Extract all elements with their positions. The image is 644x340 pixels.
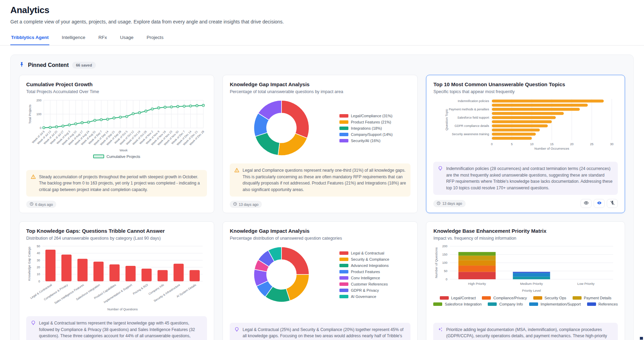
svg-text:0: 0	[38, 280, 40, 283]
clock-icon	[30, 202, 33, 207]
timestamp-badge: 6 days ago	[26, 201, 56, 208]
svg-text:0: 0	[491, 142, 493, 146]
legend-item: Cumulative Projects	[93, 154, 140, 159]
page-title: Analytics	[10, 5, 634, 16]
svg-text:Sales Intelligence Features: Sales Intelligence Features	[54, 283, 85, 305]
legend-item: Product Features	[339, 270, 389, 274]
legend-item: Product Features (21%)	[339, 120, 393, 124]
svg-text:Number of Questions: Number of Questions	[434, 247, 438, 278]
card-priority-matrix[interactable]: Knowledge Base Enhancement Priority Matr…	[426, 221, 625, 340]
page-subtitle: Get a complete view of your agents, proj…	[10, 19, 634, 24]
svg-text:200: 200	[36, 99, 41, 102]
timestamp-text: 13 days ago	[442, 201, 462, 206]
svg-text:Security & Infrastructure: Security & Infrastructure	[153, 283, 181, 303]
svg-text:10: 10	[530, 142, 534, 146]
unpin-button[interactable]	[607, 199, 618, 208]
insight-box: Prioritize adding legal documentation (M…	[433, 323, 618, 340]
legend-item: Security Ops	[533, 296, 566, 300]
pinned-cards-grid: Cumulative Project Growth Total Projects…	[19, 75, 625, 340]
timestamp-text: 6 days ago	[35, 202, 53, 207]
svg-text:Salesforce field support: Salesforce field support	[458, 116, 489, 119]
svg-text:Week: Week	[119, 149, 128, 152]
page-corner-artifact	[640, 337, 643, 340]
legend-item: Advanced Integrations	[339, 263, 389, 268]
saved-count-badge: 66 saved	[72, 62, 96, 69]
chart-legend: Legal/Compliance (31%)Product Features (…	[339, 114, 393, 143]
svg-text:15: 15	[550, 142, 554, 146]
tab-intelligence[interactable]: Intelligence	[61, 33, 86, 45]
insight-text: Prioritize adding legal documentation (M…	[446, 327, 613, 340]
card-cumulative-project-growth[interactable]: Cumulative Project Growth Total Projects…	[19, 75, 214, 213]
legend-item: Conv Intelligence	[339, 276, 389, 280]
card-top-10-unanswerable-topics[interactable]: Top 10 Most Common Unanswerable Question…	[426, 75, 625, 213]
svg-text:100: 100	[442, 261, 447, 264]
tab-usage[interactable]: Usage	[119, 33, 134, 45]
legend-item: Company Info	[488, 302, 523, 306]
eye-icon	[584, 200, 589, 207]
legend-item: Company/Support (14%)	[339, 132, 393, 137]
card-subtitle: Percentage distribution of unanswered qu…	[230, 236, 410, 241]
card-top-knowledge-gaps[interactable]: Top Knowledge Gaps: Questions Tribble Ca…	[19, 221, 214, 340]
legend-item: Compliance/Privacy	[482, 296, 527, 300]
line-chart: 0100200Week of Jul 6Week of Jul 13Week o…	[26, 97, 207, 154]
svg-text:Question Topic: Question Topic	[445, 109, 448, 130]
svg-text:100: 100	[36, 112, 41, 116]
svg-text:0: 0	[446, 278, 447, 281]
legend-item: Salesforce Integration	[433, 302, 482, 306]
warning-icon	[31, 174, 36, 193]
insight-text: Steady accumulation of projects througho…	[39, 174, 202, 193]
insight-text: Indemnification policies (28 occurrences…	[446, 166, 613, 191]
svg-text:Total Projects: Total Projects	[28, 104, 32, 124]
svg-text:25: 25	[590, 142, 594, 146]
card-subtitle: Distribution of 264 unanswerable questio…	[26, 236, 207, 241]
donut-chart-row: Legal & ContractualSecurity & Compliance…	[230, 243, 410, 307]
tab-rfx[interactable]: RFx	[98, 33, 108, 45]
tab-tribblytics-agent[interactable]: Tribblytics Agent	[10, 33, 49, 45]
svg-text:Number of Questions: Number of Questions	[107, 308, 138, 311]
svg-text:20: 20	[570, 142, 574, 146]
chart-legend: Legal/ContractCompliance/PrivacySecurity…	[433, 296, 618, 306]
svg-text:GDPR compliance details: GDPR compliance details	[455, 124, 489, 128]
card-knowledge-gap-impact-1[interactable]: Knowledge Gap Impact Analysis Percentage…	[222, 75, 418, 213]
bar-chart: 01020304050Legal & ContractualCompliance…	[26, 243, 207, 313]
pinned-content-title: Pinned Content	[28, 62, 69, 68]
card-title: Top 10 Most Common Unanswerable Question…	[433, 81, 618, 87]
svg-text:200: 200	[442, 244, 447, 248]
svg-text:10: 10	[37, 273, 40, 276]
tab-projects[interactable]: Projects	[146, 33, 164, 45]
svg-text:150: 150	[442, 253, 447, 256]
svg-text:Low Priority: Low Priority	[577, 282, 595, 286]
svg-text:40: 40	[37, 252, 40, 255]
explore-button[interactable]	[594, 199, 605, 208]
legend-item: Legal & Contractual	[339, 251, 389, 255]
stacked-bar-chart: 050100150200High PriorityMedium Priority…	[433, 243, 618, 294]
insight-text: Legal & Contractual (25%) and Security &…	[242, 327, 406, 340]
legend-item: Legal/Compliance (31%)	[339, 114, 393, 118]
donut-chart	[230, 96, 333, 160]
insight-box: Legal & Contractual terms represent the …	[26, 316, 207, 340]
legend-item: Customer References	[339, 282, 389, 286]
legend-item: References	[587, 302, 618, 306]
card-subtitle: Total Projects Accumulated Over Time	[26, 89, 207, 94]
svg-text:30: 30	[610, 142, 614, 146]
svg-text:5: 5	[511, 142, 513, 146]
timestamp-badge: 13 days ago	[433, 200, 465, 207]
card-title: Top Knowledge Gaps: Questions Tribble Ca…	[26, 228, 207, 234]
donut-chart	[230, 243, 333, 307]
card-actions	[581, 199, 618, 208]
card-subtitle: Specific topics that appear most frequen…	[433, 89, 618, 94]
svg-text:Priority Level: Priority Level	[522, 289, 541, 292]
horizontal-bar-chart: 051015202530Indemnification policiesPaym…	[433, 97, 618, 152]
svg-text:Implementation & Support: Implementation & Support	[103, 283, 133, 304]
pin-icon	[19, 62, 24, 69]
timestamp-badge: 13 days ago	[230, 201, 262, 208]
legend-item: Payment Details	[573, 296, 612, 300]
card-title: Knowledge Gap Impact Analysis	[230, 81, 410, 87]
insight-box: Legal and Compliance questions represent…	[230, 163, 410, 197]
view-button[interactable]	[581, 199, 592, 208]
svg-text:Indemnification policies: Indemnification policies	[458, 99, 489, 103]
card-knowledge-gap-impact-2[interactable]: Knowledge Gap Impact Analysis Percentage…	[222, 221, 418, 340]
card-title: Knowledge Base Enhancement Priority Matr…	[433, 228, 618, 234]
lightbulb-icon	[438, 166, 443, 191]
insight-text: Legal and Compliance questions represent…	[242, 167, 406, 193]
